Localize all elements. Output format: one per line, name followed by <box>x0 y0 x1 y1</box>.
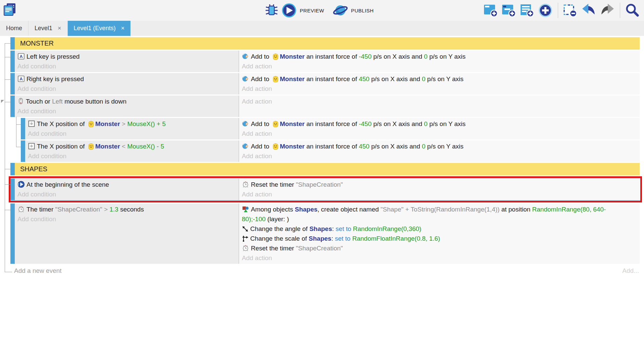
action[interactable]: Change the scale of Shapes: set to Rando… <box>242 234 620 243</box>
action[interactable]: Add to Monster an instant force of -450 … <box>242 119 620 129</box>
action[interactable]: Reset the timer "ShapeCreation" <box>242 243 620 253</box>
monster-icon <box>271 120 280 127</box>
undo-icon[interactable] <box>581 3 596 18</box>
text-segment: Add to <box>251 120 271 127</box>
actions-cell: Add to Monster an instant force of 450 p… <box>239 140 640 162</box>
conditions-cell: ARight key is pressedAdd condition <box>15 73 239 95</box>
action[interactable]: Reset the timer "ShapeCreation" <box>242 180 620 189</box>
action[interactable]: Add to Monster an instant force of 450 p… <box>242 74 620 84</box>
text-segment: Add to <box>251 143 271 150</box>
tab-close-icon[interactable]: × <box>121 25 125 32</box>
add-condition-link[interactable]: Add condition <box>28 151 236 161</box>
play-scene-icon <box>17 181 26 188</box>
action[interactable]: Among objects Shapes, create object name… <box>242 204 620 224</box>
tab-level1-events-[interactable]: Level1 (Events)× <box>68 21 131 36</box>
add-condition-link[interactable]: Add condition <box>17 189 236 199</box>
text-segment: Monster <box>95 120 120 127</box>
event-selector-bar[interactable] <box>10 73 15 95</box>
text-segment: : <box>332 225 336 232</box>
collapse-triangle-icon[interactable] <box>1 100 4 103</box>
condition[interactable]: The X position of Monster > MouseX() + 5 <box>28 119 236 129</box>
monster-icon <box>87 143 95 150</box>
add-condition-link[interactable]: Add condition <box>17 84 236 94</box>
tab-close-icon[interactable]: × <box>58 25 61 32</box>
add-condition-link[interactable]: Add condition <box>17 214 236 224</box>
add-more-link[interactable]: Add... <box>622 267 639 275</box>
text-segment: Monster <box>280 53 305 60</box>
add-action-link[interactable]: Add action <box>242 253 620 263</box>
text-segment: (layer: ) <box>266 216 289 223</box>
condition[interactable]: Touch or Left mouse button is down <box>17 97 236 106</box>
publish-globe-icon[interactable] <box>332 3 348 18</box>
text-segment: The X position of <box>37 120 87 127</box>
debug-icon[interactable] <box>265 3 278 18</box>
add-condition-link[interactable]: Add condition <box>28 129 236 138</box>
redo-icon[interactable] <box>600 3 615 18</box>
text-segment: 0 <box>424 53 428 60</box>
project-manager-icon[interactable] <box>3 3 17 17</box>
condition[interactable]: At the beginning of the scene <box>17 180 236 189</box>
tree-line <box>16 124 21 125</box>
add-new-event-link[interactable]: Add a new event <box>14 267 62 275</box>
text-segment: Shapes <box>295 206 318 213</box>
event-selector-bar[interactable] <box>10 51 15 72</box>
text-segment: 0 <box>422 75 426 82</box>
condition[interactable]: The X position of Monster < MouseX() - 5 <box>28 141 236 151</box>
tab-label: Level1 (Events) <box>74 25 116 32</box>
add-action-link[interactable]: Add action <box>242 151 620 161</box>
text-segment: p/s on X axis and <box>369 143 422 150</box>
tree-line <box>5 43 5 272</box>
publish-label[interactable]: PUBLISH <box>351 8 374 13</box>
text-segment: Right key is pressed <box>26 75 84 82</box>
event-selector-bar[interactable] <box>10 179 15 200</box>
action[interactable]: Add to Monster an instant force of 450 p… <box>242 141 620 151</box>
preview-play-icon[interactable] <box>281 3 297 18</box>
add-action-link[interactable]: Add action <box>242 189 620 199</box>
tab-label: Home <box>6 25 22 32</box>
text-segment: "ShapeCreation" <box>296 245 343 252</box>
add-condition-link[interactable]: Add condition <box>17 61 236 71</box>
condition[interactable]: The timer "ShapeCreation" > 1.3 seconds <box>17 204 236 214</box>
force-icon <box>242 143 251 150</box>
event-selector-bar[interactable] <box>10 96 15 117</box>
text-segment: The timer <box>26 206 55 213</box>
condition[interactable]: ARight key is pressed <box>17 74 236 84</box>
text-segment: p/s on Y axis <box>425 75 463 82</box>
text-segment: 450 <box>359 75 370 82</box>
add-action-link[interactable]: Add action <box>242 97 620 106</box>
add-event-icon[interactable] <box>483 3 498 18</box>
add-circle-icon[interactable] <box>538 3 553 18</box>
add-action-link[interactable]: Add action <box>242 61 620 71</box>
event-selector-bar[interactable] <box>21 118 25 139</box>
text-segment: RandomFloatInRange(0.8, 1.6) <box>352 235 440 242</box>
search-icon[interactable] <box>625 3 640 18</box>
conditions-cell: At the beginning of the sceneAdd conditi… <box>15 179 239 200</box>
action[interactable]: Add to Monster an instant force of -450 … <box>242 52 620 61</box>
event-selector-bar[interactable] <box>10 203 15 264</box>
add-subevent-icon[interactable] <box>501 3 516 18</box>
action[interactable]: Change the angle of Shapes: set to Rando… <box>242 224 620 234</box>
text-segment: mouse button is down <box>63 98 126 105</box>
text-segment: -450 <box>359 53 372 60</box>
event-group-header[interactable]: SHAPES <box>10 163 640 175</box>
add-action-link[interactable]: Add action <box>242 129 620 138</box>
timer-icon <box>17 206 26 213</box>
event-selector-bar[interactable] <box>21 140 25 162</box>
conditions-cell: The X position of Monster < MouseX() - 5… <box>25 140 239 162</box>
delete-event-icon[interactable] <box>563 3 578 18</box>
add-condition-link[interactable]: Add condition <box>17 106 236 116</box>
add-action-link[interactable]: Add action <box>242 84 620 94</box>
condition[interactable]: ALeft key is pressed <box>17 52 236 61</box>
tree-line <box>16 117 16 147</box>
event-selector-bar[interactable] <box>10 37 15 50</box>
event-selector-bar[interactable] <box>10 163 15 175</box>
add-comment-icon[interactable] <box>520 3 534 18</box>
preview-label[interactable]: PREVIEW <box>300 8 324 13</box>
tab-level1[interactable]: Level1× <box>29 21 68 36</box>
tab-home[interactable]: Home <box>0 21 29 36</box>
event-row: The timer "ShapeCreation" > 1.3 secondsA… <box>10 203 640 264</box>
tree-line <box>5 79 10 80</box>
text-segment: > <box>102 206 110 213</box>
event-group-header[interactable]: MONSTER <box>10 37 640 50</box>
text-segment: MouseX() + 5 <box>127 120 166 127</box>
